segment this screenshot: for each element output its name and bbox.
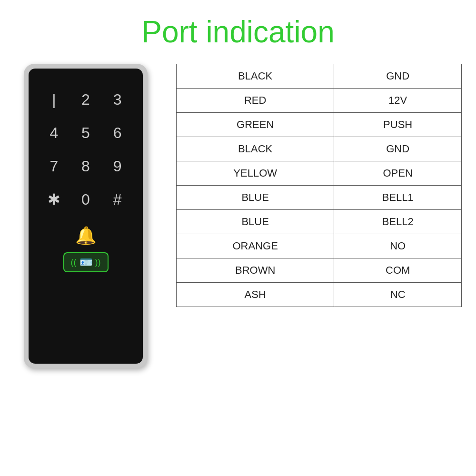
wire-color-cell: GREEN [177,113,334,137]
port-name-cell: 12V [334,89,462,113]
port-name-cell: PUSH [334,113,462,137]
rfid-waves-right-icon: )) [95,258,101,268]
table-row: BLACKGND [177,64,462,89]
table-row: BLACKGND [177,137,462,161]
table-row: ASHNC [177,283,462,307]
device-panel: | 2 3 4 5 6 7 8 9 ✱ 0 # 🔔 [14,64,157,368]
port-name-cell: GND [334,64,462,89]
wire-color-cell: ORANGE [177,234,334,258]
wire-color-cell: BLACK [177,64,334,89]
page-title: Port indication [0,14,476,50]
rfid-area: (( 🪪 )) [63,252,109,272]
wire-color-cell: ASH [177,283,334,307]
table-row: RED12V [177,89,462,113]
table-row: YELLOWOPEN [177,161,462,186]
port-name-cell: NO [334,234,462,258]
table-row: GREENPUSH [177,113,462,137]
port-name-cell: GND [334,137,462,161]
rfid-card-icon: 🪪 [79,256,92,268]
table-row: BROWNCOM [177,258,462,283]
content-area: | 2 3 4 5 6 7 8 9 ✱ 0 # 🔔 [0,64,476,368]
wire-color-cell: YELLOW [177,161,334,186]
key-2[interactable]: 2 [70,83,102,116]
key-0[interactable]: 0 [70,183,102,216]
table-row: BLUEBELL2 [177,210,462,234]
wire-color-cell: RED [177,89,334,113]
bell-area: 🔔 (( 🪪 )) [38,226,133,272]
key-8[interactable]: 8 [70,149,102,183]
port-table-container: BLACKGNDRED12VGREENPUSHBLACKGNDYELLOWOPE… [176,64,462,307]
port-table: BLACKGNDRED12VGREENPUSHBLACKGNDYELLOWOPE… [176,64,462,307]
table-row: ORANGENO [177,234,462,258]
wire-color-cell: BLUE [177,210,334,234]
key-6[interactable]: 6 [101,116,133,149]
key-star[interactable]: ✱ [38,183,70,216]
port-name-cell: COM [334,258,462,283]
table-row: BLUEBELL1 [177,186,462,210]
keypad-grid: | 2 3 4 5 6 7 8 9 ✱ 0 # [38,83,133,216]
key-1[interactable]: | [38,83,70,116]
device-screen: | 2 3 4 5 6 7 8 9 ✱ 0 # 🔔 [29,69,143,364]
port-name-cell: BELL2 [334,210,462,234]
key-7[interactable]: 7 [38,149,70,183]
device-outer: | 2 3 4 5 6 7 8 9 ✱ 0 # 🔔 [24,64,148,368]
rfid-waves-left-icon: (( [71,258,77,268]
wire-color-cell: BROWN [177,258,334,283]
key-9[interactable]: 9 [101,149,133,183]
key-4[interactable]: 4 [38,116,70,149]
key-5[interactable]: 5 [70,116,102,149]
port-name-cell: OPEN [334,161,462,186]
port-name-cell: BELL1 [334,186,462,210]
wire-color-cell: BLUE [177,186,334,210]
key-3[interactable]: 3 [101,83,133,116]
key-hash[interactable]: # [101,183,133,216]
port-name-cell: NC [334,283,462,307]
bell-icon: 🔔 [75,226,97,246]
wire-color-cell: BLACK [177,137,334,161]
